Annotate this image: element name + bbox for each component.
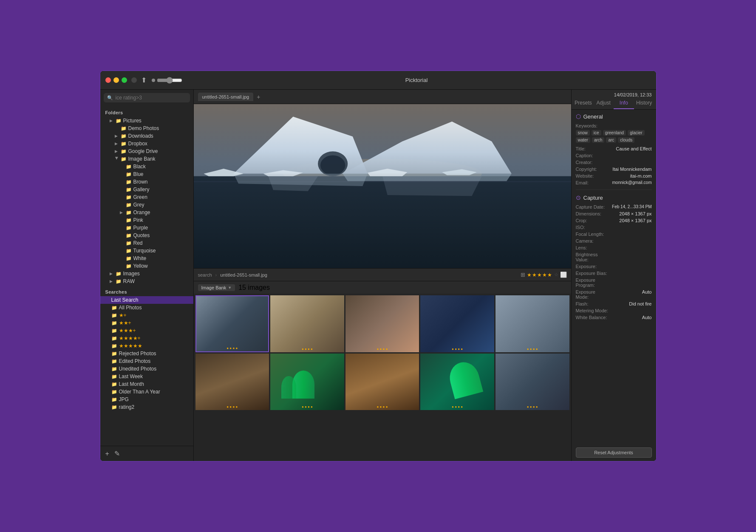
share-button[interactable]: ⬆	[141, 76, 147, 84]
sidebar-item-jpg[interactable]: 📁 JPG	[100, 396, 193, 403]
reset-adjustments-button[interactable]: Reset Adjustments	[576, 447, 652, 458]
sidebar-item-5star-plus[interactable]: 📁 ★★★★+	[100, 334, 193, 342]
thumbnail-9[interactable]: ● ● ● ●	[420, 354, 494, 410]
sidebar-item-yellow[interactable]: 📁 Yellow	[100, 262, 193, 270]
sidebar-item-gallery[interactable]: 📁 Gallery	[100, 186, 193, 193]
sidebar-item-pink[interactable]: 📁 Pink	[100, 216, 193, 224]
search-box[interactable]: 🔍	[104, 93, 190, 102]
folder-label: Brown	[133, 179, 148, 185]
sidebar-item-older-year[interactable]: 📁 Older Than A Year	[100, 388, 193, 396]
sidebar-item-all-photos[interactable]: 📁 All Photos	[100, 304, 193, 311]
search-input[interactable]	[116, 95, 187, 101]
folder-icon: 📁	[111, 305, 117, 311]
folder-icon: 📁	[111, 397, 117, 402]
sidebar-item-purple[interactable]: 📁 Purple	[100, 224, 193, 232]
sidebar-item-white[interactable]: 📁 White	[100, 255, 193, 262]
capture-section-title: ⊙ Capture	[576, 194, 652, 201]
sidebar-item-blue[interactable]: 📁 Blue	[100, 170, 193, 178]
exposure-mode-row: Exposure Mode: Auto	[576, 289, 652, 300]
sidebar-item-images[interactable]: ▶ 📁 Images	[100, 270, 193, 277]
sidebar-item-raw[interactable]: ▶ 📁 RAW	[100, 277, 193, 285]
flag-button[interactable]: ⬜	[560, 272, 567, 278]
thumb-stars: ● ● ● ●	[227, 346, 238, 350]
thumb-stars: ● ● ● ●	[452, 347, 463, 351]
thumbnail-3[interactable]: ● ● ● ●	[345, 295, 419, 352]
sidebar-item-last-month[interactable]: 📁 Last Month	[100, 380, 193, 388]
sidebar-item-turquoise[interactable]: 📁 Turquoise	[100, 247, 193, 255]
thumbnail-7[interactable]: ● ● ● ●	[270, 354, 344, 410]
sidebar-item-downloads[interactable]: ▶ 📁 Downloads	[100, 132, 193, 140]
add-tab-button[interactable]: +	[257, 93, 260, 100]
sidebar-item-quotes[interactable]: 📁 Quotes	[100, 232, 193, 239]
folder-icon: 📁	[111, 374, 117, 379]
location-badge[interactable]: Image Bank ▼	[198, 284, 235, 291]
sidebar-item-image-bank[interactable]: ▶ 📁 Image Bank	[100, 155, 193, 163]
sidebar-item-orange[interactable]: ▶ 📁 Orange	[100, 209, 193, 216]
close-button[interactable]	[105, 77, 111, 83]
sidebar-item-5star[interactable]: 📁 ★★★★★	[100, 342, 193, 350]
folder-icon: 📁	[111, 359, 117, 364]
star-empty[interactable]: ☆	[554, 272, 558, 277]
thumbnail-10[interactable]: ● ● ● ●	[496, 354, 569, 410]
thumbnail-5[interactable]: ● ● ● ●	[496, 295, 569, 352]
chevron-right-icon: ▶	[115, 149, 119, 153]
photo-tab[interactable]: untitled-2651-small.jpg	[198, 93, 254, 101]
extra-button[interactable]	[131, 77, 137, 83]
sidebar: 🔍 Folders ▶ 📁 Pictures 📁 Demo Photos	[100, 90, 194, 461]
breadcrumb-search: search	[198, 272, 212, 277]
sidebar-item-brown[interactable]: 📁 Brown	[100, 178, 193, 186]
zoom-slider[interactable]	[152, 77, 182, 84]
sidebar-item-google-drive[interactable]: ▶ 📁 Google Drive	[100, 147, 193, 155]
folder-label: Downloads	[128, 133, 153, 139]
maximize-button[interactable]	[122, 77, 127, 83]
sidebar-item-3star[interactable]: 📁 ★★+	[100, 319, 193, 327]
photo-placeholder	[194, 104, 571, 268]
sidebar-item-unedited[interactable]: 📁 Unedited Photos	[100, 365, 193, 373]
sidebar-item-demo-photos[interactable]: 📁 Demo Photos	[100, 125, 193, 132]
minimize-button[interactable]	[113, 77, 119, 83]
sidebar-item-4star[interactable]: 📁 ★★★+	[100, 327, 193, 334]
sidebar-item-last-week[interactable]: 📁 Last Week	[100, 373, 193, 380]
sidebar-item-rejected[interactable]: 📁 Rejected Photos	[100, 350, 193, 357]
sidebar-item-edited[interactable]: 📁 Edited Photos	[100, 357, 193, 365]
zoom-input[interactable]	[157, 77, 182, 84]
sidebar-item-pictures[interactable]: ▶ 📁 Pictures	[100, 117, 193, 125]
edit-button[interactable]: ✎	[114, 450, 120, 458]
sidebar-item-last-search[interactable]: Last Search	[100, 296, 193, 304]
crop-row: Crop: 2048 × 1367 px	[576, 218, 652, 223]
tab-history[interactable]: History	[634, 98, 654, 109]
sidebar-item-green[interactable]: 📁 Green	[100, 193, 193, 201]
sidebar-item-black[interactable]: 📁 Black	[100, 163, 193, 170]
general-icon: ⬡	[576, 113, 581, 120]
sidebar-item-rating2[interactable]: 📁 rating2	[100, 403, 193, 411]
folder-icon: 📁	[121, 133, 127, 139]
sidebar-item-red[interactable]: 📁 Red	[100, 239, 193, 247]
folder-icon: 📁	[111, 405, 117, 410]
flash-row: Flash: Did not fire	[576, 301, 652, 306]
thumbnail-8[interactable]: ● ● ● ●	[345, 354, 419, 410]
folder-icon: 📁	[126, 164, 132, 170]
grid-view-button[interactable]: ⊞	[521, 272, 525, 278]
tab-info[interactable]: Info	[614, 98, 634, 109]
thumbnail-2[interactable]: ● ● ● ●	[270, 295, 344, 352]
folder-label: Image Bank	[128, 156, 156, 162]
chevron-right-icon: ▶	[120, 210, 124, 215]
folder-icon: 📁	[116, 118, 122, 124]
thumbnail-4[interactable]: ● ● ● ●	[420, 295, 494, 352]
folder-label: All Photos	[119, 305, 142, 311]
sidebar-item-dropbox[interactable]: ▶ 📁 Dropbox	[100, 140, 193, 147]
sidebar-item-2star[interactable]: 📁 ★+	[100, 311, 193, 319]
photo-rating-stars[interactable]: ★★★★★	[527, 272, 552, 278]
sidebar-item-grey[interactable]: 📁 Grey	[100, 201, 193, 209]
dimensions-row: Dimensions: 2048 × 1367 px	[576, 211, 652, 216]
thumbnail-6[interactable]: ● ● ● ●	[195, 354, 269, 410]
folder-icon: 📁	[111, 320, 117, 326]
tab-adjust[interactable]: Adjust	[593, 98, 614, 109]
chevron-right-icon: ▶	[115, 141, 119, 146]
add-folder-button[interactable]: +	[105, 450, 109, 458]
title-row: Title: Cause and Effect	[576, 146, 652, 151]
folder-label: Google Drive	[128, 148, 158, 154]
thumbnail-1[interactable]: ● ● ● ●	[195, 295, 269, 352]
tab-presets[interactable]: Presets	[573, 98, 594, 109]
exposure-program-row: Exposure Program:	[576, 277, 652, 288]
